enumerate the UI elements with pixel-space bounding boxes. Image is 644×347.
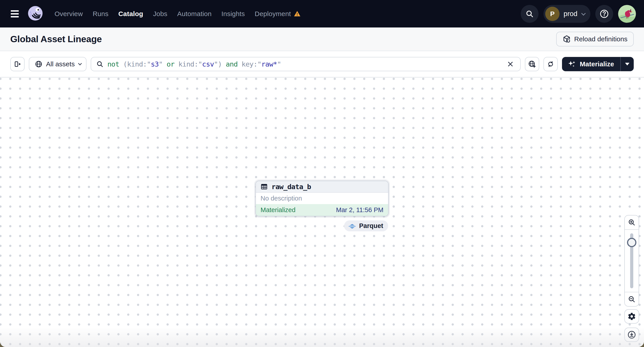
query-token-quote: " xyxy=(214,60,218,68)
zoom-out-button[interactable] xyxy=(625,292,639,306)
download-icon xyxy=(627,330,636,339)
asset-search-input[interactable]: not (kind:"s3" or kind:"csv") and key:"r… xyxy=(91,57,520,71)
refresh-button[interactable] xyxy=(544,57,558,71)
nav-links: OverviewRunsCatalogJobsAutomationInsight… xyxy=(54,10,301,18)
status-badge: Materialized xyxy=(260,206,296,214)
sparkles-icon xyxy=(567,60,576,68)
nav-item-runs[interactable]: Runs xyxy=(93,10,108,18)
table-icon xyxy=(260,183,268,190)
title-bar: Global Asset Lineage Reload definitions xyxy=(0,27,644,51)
zoom-out-icon xyxy=(628,295,636,303)
nav-item-catalog[interactable]: Catalog xyxy=(118,10,143,18)
asset-node-footer: Materialized Mar 2, 11:56 PM xyxy=(256,204,388,216)
reload-definitions-icon xyxy=(562,35,571,43)
query-token-field: kind: xyxy=(174,60,198,68)
kind-label: Parquet xyxy=(359,222,383,230)
nav-item-insights[interactable]: Insights xyxy=(222,10,245,18)
chevron-down-icon xyxy=(78,62,82,65)
help-button[interactable] xyxy=(595,5,613,23)
materialize-split-button: Materialize xyxy=(562,57,634,71)
search-icon xyxy=(525,9,534,18)
materialize-label: Materialize xyxy=(580,60,614,68)
query-token-keyword: not xyxy=(107,60,123,68)
zoom-slider xyxy=(625,230,639,292)
close-icon xyxy=(506,60,514,68)
deployment-name: prod xyxy=(564,10,578,18)
reload-definitions-label: Reload definitions xyxy=(574,35,628,43)
help-icon xyxy=(599,9,609,19)
nav-item-overview[interactable]: Overview xyxy=(54,10,83,18)
asset-scope-dropdown[interactable]: All assets xyxy=(29,57,86,71)
query-token-value: s3 xyxy=(151,60,159,68)
query-token-quote: " xyxy=(258,60,262,68)
nav-item-automation[interactable]: Automation xyxy=(177,10,212,18)
deployment-switcher[interactable]: P prod xyxy=(544,5,590,23)
panel-expand-icon xyxy=(14,60,22,68)
zoom-controls xyxy=(624,215,639,307)
dagster-logo-icon[interactable] xyxy=(26,5,44,23)
search-button[interactable] xyxy=(521,5,538,23)
search-icon xyxy=(96,60,104,68)
warning-icon xyxy=(294,10,301,17)
asset-scope-label: All assets xyxy=(46,60,75,68)
user-avatar[interactable] xyxy=(618,5,636,23)
query-token-field xyxy=(163,60,167,68)
materialization-timestamp[interactable]: Mar 2, 11:56 PM xyxy=(336,206,384,214)
query-token-keyword: or xyxy=(166,60,174,68)
clear-search-button[interactable] xyxy=(506,59,515,69)
chevron-down-icon xyxy=(581,11,586,15)
query-token-value: raw* xyxy=(261,60,277,68)
asset-node-header: raw_data_b xyxy=(256,181,388,193)
top-nav: OverviewRunsCatalogJobsAutomationInsight… xyxy=(0,0,644,27)
menu-icon[interactable] xyxy=(11,10,19,17)
refresh-icon xyxy=(546,60,554,68)
materialize-button[interactable]: Materialize xyxy=(562,57,620,71)
page-title: Global Asset Lineage xyxy=(10,34,102,44)
query-token-quote: " xyxy=(159,60,163,68)
query-token-field: key: xyxy=(238,60,257,68)
lineage-toolbar: All assets not (kind:"s3" or kind:"csv")… xyxy=(0,51,644,77)
query-token-field: (kind: xyxy=(123,60,147,68)
asset-selection-query[interactable]: not (kind:"s3" or kind:"csv") and key:"r… xyxy=(107,60,502,68)
asset-node[interactable]: raw_data_b No description Materialized M… xyxy=(256,181,388,216)
view-full-graph-button[interactable] xyxy=(525,57,539,71)
asset-description: No description xyxy=(256,193,388,204)
app-window: OverviewRunsCatalogJobsAutomationInsight… xyxy=(0,0,644,347)
query-token-quote: " xyxy=(147,60,151,68)
asset-name: raw_data_b xyxy=(272,183,311,191)
gear-icon xyxy=(627,312,636,321)
query-token-value: csv xyxy=(202,60,214,68)
graph-settings-button[interactable] xyxy=(624,309,639,324)
query-token-quote: " xyxy=(277,60,281,68)
deployment-avatar: P xyxy=(545,7,560,21)
globe-plus-icon xyxy=(528,60,536,68)
zoom-in-icon xyxy=(628,218,636,226)
download-graph-button[interactable] xyxy=(624,328,639,342)
parquet-icon xyxy=(348,222,356,230)
materialize-dropdown-button[interactable] xyxy=(621,57,634,71)
nav-right-cluster: P prod xyxy=(521,5,636,23)
nav-item-deployment[interactable]: Deployment xyxy=(255,10,301,18)
zoom-slider-thumb[interactable] xyxy=(627,238,636,247)
zoom-in-button[interactable] xyxy=(625,216,639,229)
query-token-quote: " xyxy=(198,60,202,68)
nav-item-jobs[interactable]: Jobs xyxy=(153,10,167,18)
caret-down-icon xyxy=(625,63,630,65)
kind-badge-parquet[interactable]: Parquet xyxy=(344,220,388,231)
reload-definitions-button[interactable]: Reload definitions xyxy=(556,32,634,46)
query-token-keyword: and xyxy=(226,60,238,68)
expand-panel-button[interactable] xyxy=(10,57,24,71)
lineage-canvas[interactable]: raw_data_b No description Materialized M… xyxy=(0,77,644,347)
query-token-field: ) xyxy=(218,60,226,68)
globe-icon xyxy=(35,60,43,68)
